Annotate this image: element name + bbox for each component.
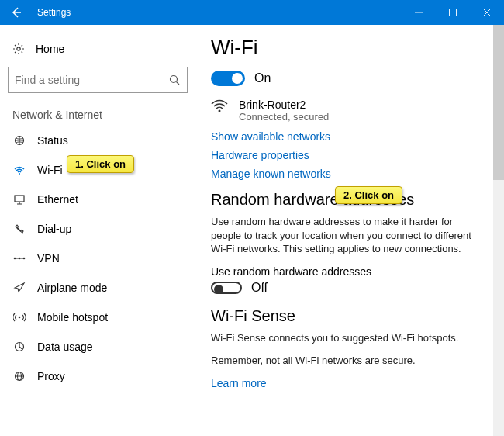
sidebar-item-vpn[interactable]: VPN [0,244,195,273]
learn-more-link[interactable]: Learn more [211,377,485,389]
current-connection[interactable]: Brink-Router2 Connected, secured [211,99,485,123]
wifi-signal-icon [211,99,228,114]
random-body: Use random hardware addresses to make it… [211,215,485,256]
gear-icon [12,43,25,55]
ethernet-icon [12,193,26,206]
svg-point-9 [19,317,21,319]
svg-point-2 [171,76,178,83]
sidebar-item-label: Data usage [37,341,93,353]
connection-ssid: Brink-Router2 [239,99,329,111]
sidebar-item-label: Dial-up [37,223,71,235]
sense-body-2: Remember, not all Wi-Fi networks are sec… [211,354,485,368]
sense-heading: Wi-Fi Sense [211,307,485,325]
back-button[interactable] [0,0,33,25]
connection-status: Connected, secured [239,111,329,123]
sidebar-item-ethernet[interactable]: Ethernet [0,185,195,214]
sidebar-item-label: VPN [37,252,60,265]
callout-1: 1. Click on [67,155,134,173]
sidebar-item-airplane[interactable]: Airplane mode [0,273,195,303]
back-arrow-icon [10,6,22,19]
wifi-icon [12,164,26,176]
callout-2: 2. Click on [335,186,402,204]
svg-point-13 [219,110,221,112]
sidebar-item-data-usage[interactable]: Data usage [0,332,195,362]
manage-known-networks-link[interactable]: Manage known networks [211,168,485,180]
dialup-icon [12,223,26,235]
close-icon [483,9,491,16]
maximize-icon [449,9,457,16]
sidebar-item-dialup[interactable]: Dial-up [0,214,195,244]
minimize-button[interactable] [402,0,436,25]
maximize-button[interactable] [436,0,470,25]
hardware-properties-link[interactable]: Hardware properties [211,149,485,161]
sidebar-item-label: Airplane mode [37,282,107,294]
search-input[interactable] [15,74,168,86]
scrollbar-track[interactable] [493,25,504,436]
sidebar-item-label: Ethernet [37,193,78,206]
search-box[interactable] [8,67,188,93]
sidebar-item-status[interactable]: Status [0,126,195,155]
random-toggle[interactable] [211,282,242,294]
sense-body-1: Wi-Fi Sense connects you to suggested Wi… [211,331,485,345]
wifi-toggle-label: On [254,71,271,85]
titlebar: Settings [0,0,504,25]
sidebar-item-label: Mobile hotspot [37,311,108,324]
search-icon [168,74,181,86]
close-button[interactable] [470,0,504,25]
page-title: Wi-Fi [211,36,485,60]
data-usage-icon [12,341,26,353]
svg-rect-5 [15,196,24,202]
sidebar-item-hotspot[interactable]: Mobile hotspot [0,303,195,332]
sidebar-item-label: Wi-Fi [37,164,63,176]
svg-point-1 [17,47,20,50]
svg-rect-0 [450,9,457,16]
hotspot-icon [12,311,26,324]
wifi-toggle[interactable] [211,71,245,86]
svg-point-4 [19,173,20,175]
window-title: Settings [33,7,402,18]
section-title: Network & Internet [0,101,195,126]
sidebar-item-proxy[interactable]: Proxy [0,362,195,391]
airplane-icon [12,282,26,294]
status-icon [12,134,26,147]
random-toggle-label: Use random hardware addresses [211,265,485,278]
content-pane: Wi-Fi On Brink-Router2 Connected, secure… [195,25,504,436]
sidebar-item-label: Status [37,134,68,147]
random-toggle-state: Off [251,281,268,295]
minimize-icon [415,9,423,16]
home-label: Home [36,43,64,55]
scrollbar-thumb[interactable] [493,25,504,180]
show-networks-link[interactable]: Show available networks [211,130,485,143]
proxy-icon [12,370,26,382]
vpn-icon [12,254,26,263]
home-button[interactable]: Home [0,34,195,64]
sidebar: Home Network & Internet Status Wi-Fi [0,25,195,436]
sidebar-item-label: Proxy [37,370,65,382]
